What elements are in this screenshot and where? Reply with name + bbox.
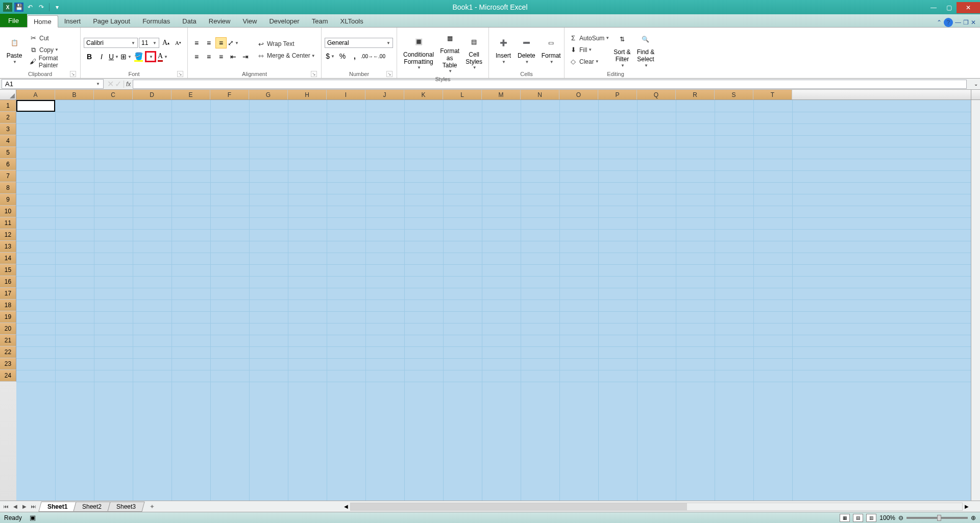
column-header[interactable]: R — [676, 90, 715, 99]
help-icon[interactable]: ? — [944, 18, 953, 27]
row-header[interactable]: 13 — [0, 241, 16, 253]
insert-cells-button[interactable]: ➕Insert▼ — [492, 30, 514, 70]
horizontal-scrollbar[interactable] — [350, 503, 963, 511]
row-header[interactable]: 2 — [0, 112, 16, 123]
conditional-formatting-button[interactable]: 🔳Conditional Formatting▼ — [400, 30, 437, 75]
autosum-button[interactable]: ΣAutoSum▼ — [568, 33, 610, 44]
row-header[interactable]: 3 — [0, 123, 16, 135]
vertical-scrollbar[interactable] — [971, 100, 980, 501]
tab-formulas[interactable]: Formulas — [136, 15, 176, 27]
dialog-launcher-icon[interactable]: ↘ — [386, 71, 393, 77]
clear-button[interactable]: ◇Clear▼ — [568, 56, 610, 67]
row-header[interactable]: 21 — [0, 335, 16, 346]
row-header[interactable]: 10 — [0, 206, 16, 217]
dialog-launcher-icon[interactable]: ↘ — [70, 71, 76, 77]
column-header[interactable]: B — [55, 90, 94, 99]
column-header[interactable]: C — [94, 90, 133, 99]
workbook-restore-icon[interactable]: ❐ — [963, 19, 969, 26]
dialog-launcher-icon[interactable]: ↘ — [177, 71, 183, 77]
row-header[interactable]: 4 — [0, 135, 16, 147]
normal-view-button[interactable]: ▦ — [840, 514, 850, 522]
zoom-out-button[interactable]: ⊖ — [898, 514, 903, 521]
select-all-button[interactable] — [0, 90, 16, 99]
format-as-table-button[interactable]: ▦Format as Table▼ — [437, 30, 462, 75]
zoom-thumb[interactable] — [937, 515, 941, 521]
close-button[interactable]: ✕ — [957, 2, 980, 13]
decrease-decimal-button[interactable]: ←.00 — [374, 51, 385, 62]
row-header[interactable]: 14 — [0, 253, 16, 264]
column-header[interactable]: L — [443, 90, 482, 99]
grow-font-button[interactable]: A▴ — [160, 37, 172, 48]
row-header[interactable]: 20 — [0, 323, 16, 335]
column-header[interactable]: Q — [637, 90, 676, 99]
underline-button[interactable]: U▼ — [108, 51, 119, 62]
zoom-in-button[interactable]: ⊕ — [971, 514, 976, 521]
row-header[interactable]: 7 — [0, 170, 16, 182]
column-header[interactable]: S — [715, 90, 753, 99]
column-header[interactable]: D — [133, 90, 172, 99]
tab-team[interactable]: Team — [306, 15, 334, 27]
sheet-tab-3[interactable]: Sheet3 — [108, 502, 145, 512]
column-header[interactable]: G — [249, 90, 288, 99]
number-format-combo[interactable]: General▼ — [325, 38, 393, 48]
page-break-view-button[interactable]: ▥ — [866, 514, 876, 522]
active-cell[interactable] — [16, 100, 55, 112]
column-header[interactable]: I — [327, 90, 365, 99]
borders-button[interactable]: ⊞▼ — [120, 51, 132, 62]
scroll-thumb[interactable] — [351, 503, 687, 510]
fill-color-dropdown[interactable]: ▼ — [145, 51, 156, 62]
column-header[interactable]: J — [365, 90, 404, 99]
column-header[interactable]: A — [16, 90, 55, 99]
scroll-left-button[interactable]: ◀ — [342, 503, 350, 511]
row-header[interactable]: 23 — [0, 358, 16, 370]
accounting-format-button[interactable]: $▼ — [325, 51, 336, 62]
row-header[interactable]: 6 — [0, 159, 16, 170]
align-center-button[interactable]: ≡ — [203, 51, 214, 62]
format-cells-button[interactable]: ▭Format▼ — [538, 30, 564, 70]
align-left-button[interactable]: ≡ — [191, 51, 202, 62]
minimize-button[interactable]: — — [926, 2, 941, 13]
paste-button[interactable]: 📋 Paste ▼ — [3, 30, 26, 70]
workbook-minimize-icon[interactable]: — — [955, 19, 961, 26]
fx-icon[interactable]: fx — [124, 81, 133, 88]
last-sheet-button[interactable]: ⏭ — [30, 503, 38, 511]
row-header[interactable]: 16 — [0, 276, 16, 288]
column-header[interactable]: F — [210, 90, 249, 99]
wrap-text-button[interactable]: ↩Wrap Text — [255, 38, 316, 49]
row-header[interactable]: 9 — [0, 194, 16, 206]
workbook-close-icon[interactable]: ✕ — [971, 19, 976, 26]
format-painter-button[interactable]: 🖌Format Painter — [28, 56, 77, 67]
font-name-combo[interactable]: Calibri▼ — [84, 38, 138, 48]
row-header[interactable]: 11 — [0, 217, 16, 229]
comma-format-button[interactable]: , — [349, 51, 360, 62]
column-header[interactable]: P — [598, 90, 637, 99]
macro-record-icon[interactable]: ▣ — [28, 513, 37, 522]
prev-sheet-button[interactable]: ◀ — [11, 503, 19, 511]
font-color-button[interactable]: A▼ — [157, 51, 168, 62]
sort-filter-button[interactable]: ⇅Sort & Filter▼ — [610, 30, 633, 70]
column-header[interactable]: H — [288, 90, 327, 99]
sheet-tab-2[interactable]: Sheet2 — [74, 502, 111, 512]
expand-formula-bar-icon[interactable]: ⌄ — [974, 81, 980, 87]
cut-button[interactable]: ✂Cut — [28, 33, 77, 44]
undo-button[interactable]: ↶ — [26, 3, 35, 12]
column-header[interactable]: O — [559, 90, 598, 99]
formula-input[interactable] — [133, 80, 967, 89]
row-header[interactable]: 15 — [0, 264, 16, 276]
tab-xltools[interactable]: XLTools — [334, 15, 369, 27]
next-sheet-button[interactable]: ▶ — [20, 503, 29, 511]
copy-button[interactable]: ⧉Copy▼ — [28, 44, 77, 56]
tab-page-layout[interactable]: Page Layout — [87, 15, 136, 27]
percent-format-button[interactable]: % — [337, 51, 348, 62]
row-header[interactable]: 17 — [0, 288, 16, 300]
qat-customize-icon[interactable]: ▾ — [53, 3, 62, 12]
row-header[interactable]: 1 — [0, 100, 16, 112]
row-header[interactable]: 24 — [0, 370, 16, 382]
tab-review[interactable]: Review — [203, 15, 237, 27]
file-tab[interactable]: File — [0, 14, 27, 27]
italic-button[interactable]: I — [96, 51, 107, 62]
column-header[interactable]: N — [521, 90, 559, 99]
align-right-button[interactable]: ≡ — [215, 51, 227, 62]
tab-view[interactable]: View — [236, 15, 263, 27]
first-sheet-button[interactable]: ⏮ — [2, 503, 10, 511]
